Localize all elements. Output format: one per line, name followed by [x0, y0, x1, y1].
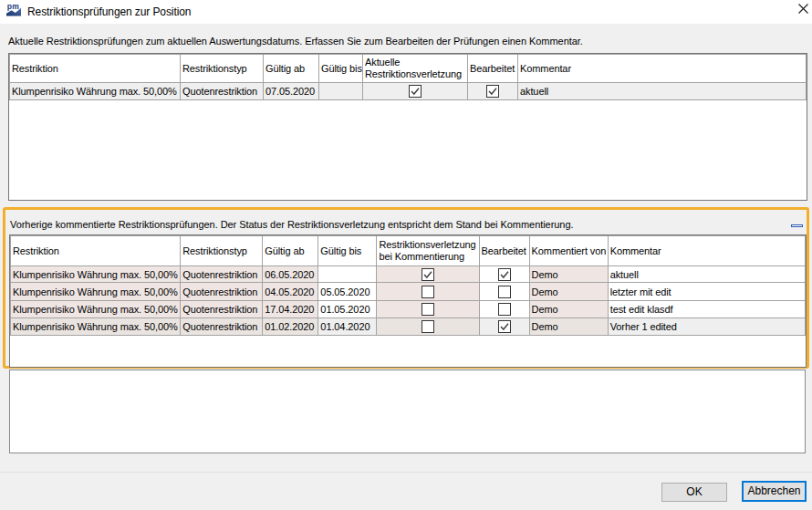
svg-text:pm: pm	[7, 3, 19, 11]
